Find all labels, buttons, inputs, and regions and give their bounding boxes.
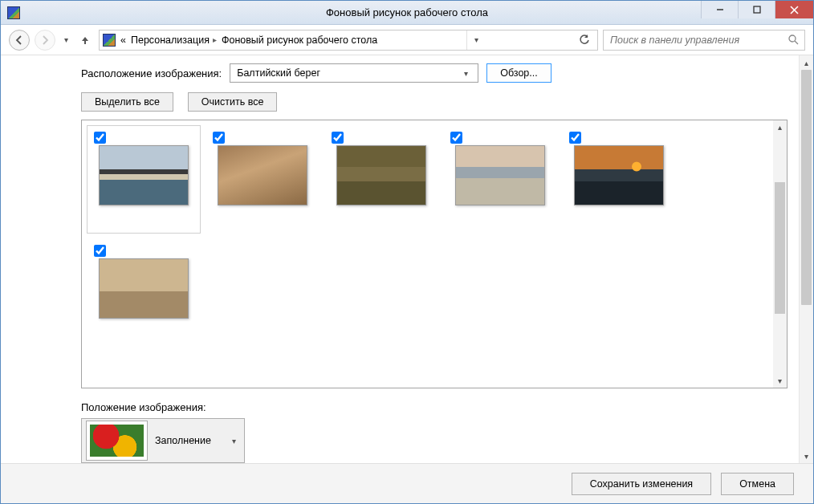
position-combo[interactable]: Заполнение ▾ [81, 418, 245, 463]
position-label: Положение изображения: [81, 401, 788, 413]
wallpaper-tile[interactable] [562, 125, 676, 234]
gallery-scrollbar[interactable]: ▴ ▾ [773, 120, 787, 388]
wallpaper-tile[interactable] [87, 125, 201, 234]
history-dropdown[interactable]: ▾ [60, 30, 71, 51]
gallery-grid [82, 120, 773, 388]
scroll-up-icon[interactable]: ▴ [773, 120, 787, 134]
position-value: Заполнение [155, 435, 211, 446]
app-icon [7, 6, 20, 19]
scroll-down-icon[interactable]: ▾ [773, 374, 787, 388]
footer: Сохранить изменения Отмена [1, 463, 813, 503]
scroll-down-icon[interactable]: ▾ [800, 449, 813, 463]
content: Расположение изображения: Балтийский бер… [1, 55, 813, 463]
location-value: Балтийский берег [237, 67, 320, 79]
titlebar: Фоновый рисунок рабочего стола [1, 1, 813, 25]
wallpaper-tile[interactable] [206, 125, 319, 234]
location-row: Расположение изображения: Балтийский бер… [81, 63, 788, 83]
search-input[interactable] [608, 34, 787, 47]
select-all-button[interactable]: Выделить все [81, 92, 173, 112]
window-title: Фоновый рисунок рабочего стола [1, 6, 813, 18]
wallpaper-checkbox[interactable] [94, 245, 106, 257]
clear-all-button[interactable]: Очистить все [188, 92, 278, 112]
wallpaper-thumbnail [574, 145, 664, 205]
location-label: Расположение изображения: [81, 67, 222, 79]
chevron-right-icon: ▸ [213, 35, 217, 44]
browse-button[interactable]: Обзор... [486, 63, 551, 83]
up-button[interactable] [76, 31, 94, 49]
scroll-thumb[interactable] [801, 70, 812, 305]
navbar: ▾ « Персонализация ▸ Фоновый рисунок раб… [1, 25, 813, 55]
location-icon [103, 34, 116, 47]
wallpaper-thumbnail [218, 145, 307, 205]
minimize-button[interactable] [701, 1, 738, 18]
wallpaper-tile[interactable] [87, 238, 201, 347]
svg-rect-1 [754, 6, 760, 13]
wallpaper-checkbox[interactable] [450, 132, 462, 144]
close-button[interactable] [775, 1, 813, 18]
location-combo[interactable]: Балтийский берег ▾ [230, 63, 478, 83]
page-scrollbar[interactable]: ▴ ▾ [799, 55, 813, 463]
wallpaper-checkbox[interactable] [94, 132, 106, 144]
address-dropdown[interactable]: ▾ [466, 30, 486, 51]
chevron-down-icon: ▾ [458, 69, 473, 78]
search-icon[interactable] [787, 34, 800, 47]
back-button[interactable] [9, 30, 30, 51]
position-row: Заполнение ▾ [81, 418, 788, 463]
wallpaper-thumbnail [99, 145, 189, 205]
wallpaper-thumbnail [336, 145, 426, 205]
scroll-up-icon[interactable]: ▴ [800, 55, 813, 70]
svg-point-4 [789, 35, 796, 42]
maximize-button[interactable] [738, 1, 775, 18]
scroll-thumb[interactable] [775, 182, 785, 314]
save-button[interactable]: Сохранить изменения [572, 473, 711, 495]
breadcrumb-prefix: « [120, 35, 126, 46]
svg-line-5 [795, 41, 798, 44]
cancel-button[interactable]: Отмена [721, 473, 794, 495]
gallery: ▴ ▾ [81, 120, 788, 388]
wallpaper-checkbox[interactable] [213, 132, 225, 144]
selection-row: Выделить все Очистить все [81, 92, 788, 112]
wallpaper-tile[interactable] [324, 125, 438, 234]
refresh-button[interactable] [575, 30, 594, 51]
position-preview-icon [87, 421, 147, 460]
address-bar[interactable]: « Персонализация ▸ Фоновый рисунок рабоч… [99, 30, 598, 51]
wallpaper-checkbox[interactable] [569, 132, 581, 144]
window-controls [701, 1, 813, 24]
chevron-down-icon: ▾ [232, 437, 236, 445]
window: Фоновый рисунок рабочего стола ▾ [0, 0, 814, 504]
breadcrumb-item[interactable]: Персонализация ▸ [131, 35, 217, 46]
breadcrumb-item[interactable]: Фоновый рисунок рабочего стола [222, 35, 377, 46]
wallpaper-thumbnail [455, 145, 545, 205]
search-box[interactable] [603, 30, 805, 51]
main-panel: Расположение изображения: Балтийский бер… [1, 55, 799, 463]
wallpaper-thumbnail [99, 258, 189, 319]
wallpaper-tile[interactable] [443, 125, 557, 234]
wallpaper-checkbox[interactable] [332, 132, 344, 144]
forward-button[interactable] [35, 30, 55, 51]
